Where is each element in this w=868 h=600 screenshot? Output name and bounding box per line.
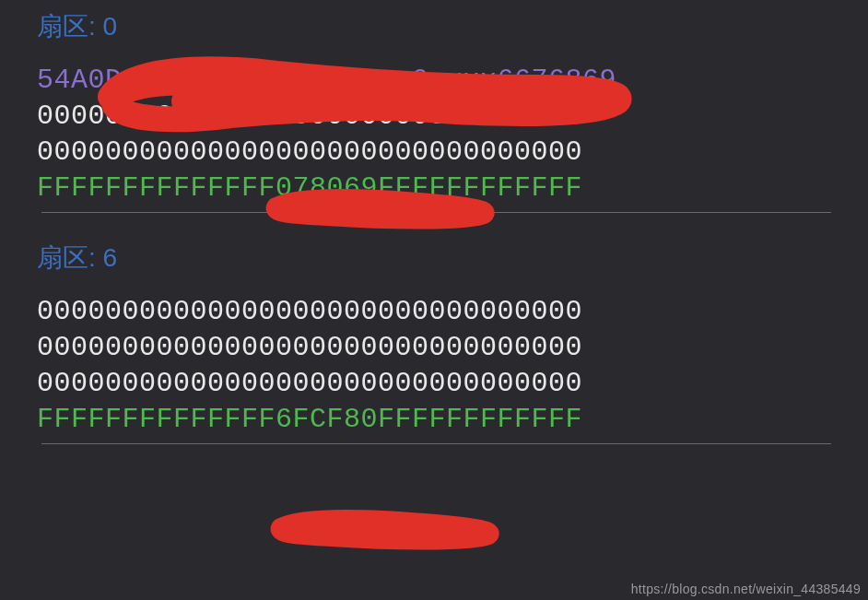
sector-header: 扇区: 0 — [37, 9, 831, 44]
hex-row: 00000000000000000000000000000000 — [37, 135, 831, 171]
watermark: https://blog.csdn.net/weixin_44385449 — [631, 582, 861, 596]
sector-block-0: 扇区: 0 54A0DCAF0x2804006CAxxx0xxxx6676869… — [37, 9, 831, 213]
hex-row: 00000000000000000000000000000000 — [37, 330, 831, 366]
sector-block-6: 扇区: 6 00000000000000000000000000000000 0… — [37, 241, 831, 444]
hex-row: 00000000000000000000000000000000 — [37, 366, 831, 402]
hex-row: 54A0DCAF0x2804006CAxxx0xxxx6676869 — [37, 63, 831, 99]
hex-dump-container: 扇区: 0 54A0DCAF0x2804006CAxxx0xxxx6676869… — [0, 0, 868, 490]
sector-divider — [41, 443, 831, 444]
hex-row: 00000000000000000000000000000000 — [37, 99, 831, 135]
hex-row: 00000000000000000000000000000000 — [37, 294, 831, 330]
hex-row: FFFFFFFFFFFFFF6FCF80FFFFFFFFFFFF — [37, 402, 831, 438]
sector-header: 扇区: 6 — [37, 241, 831, 276]
sector-divider — [41, 212, 831, 213]
redaction-scribble — [267, 505, 507, 551]
hex-row: FFFFFFFFFFFFFF078069FFFFFFFFFFFF — [37, 171, 831, 206]
